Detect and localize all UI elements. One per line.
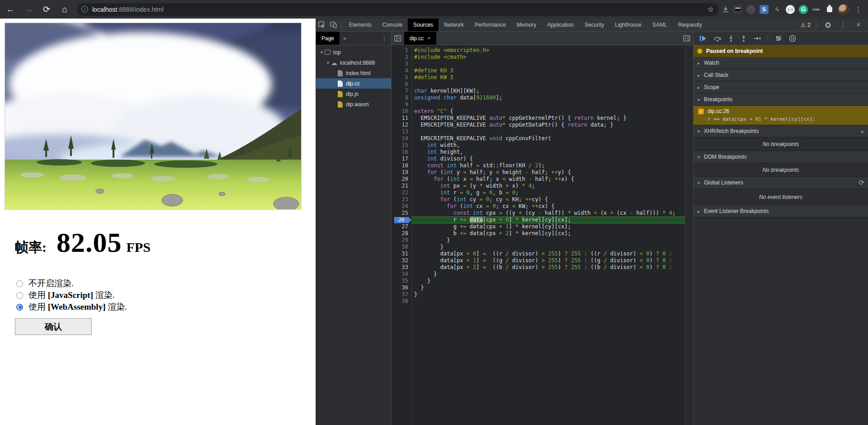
line-number[interactable]: 29 — [392, 237, 411, 244]
code-line[interactable]: for (int x = half; x < width - half; ++x… — [412, 176, 685, 183]
devtools-tab-application[interactable]: Application — [542, 19, 579, 31]
code-line[interactable]: data[px + 1] = ((g / divisor) > 255) ? 2… — [412, 257, 685, 264]
devtools-tab-sources[interactable]: Sources — [408, 19, 439, 31]
extension-circle-icon[interactable]: (–) — [786, 5, 795, 14]
line-number[interactable]: 27 — [392, 223, 411, 230]
code-line[interactable]: EMSCRIPTEN_KEEPALIVE auto* cppGetDataPtr… — [412, 122, 685, 128]
editor-gutter[interactable]: 1234567891011121314151617181920212223242… — [392, 45, 412, 425]
line-number[interactable]: 35 — [392, 278, 411, 284]
refresh-listeners-icon[interactable]: ⟳ — [859, 179, 864, 187]
code-line[interactable]: } — [412, 244, 685, 250]
confirm-button[interactable]: 确认 — [15, 318, 92, 335]
line-number[interactable]: 18 — [392, 162, 411, 169]
expand-arrow-icon[interactable]: ▾ — [319, 50, 325, 55]
section-dom-header[interactable]: ▾ DOM Breakpoints — [693, 151, 868, 163]
execution-line[interactable]: r += data[cpx + 0] * kernel[cy][cx]; — [412, 217, 685, 223]
section-xhr-header[interactable]: ▾ XHR/fetch Breakpoints + — [693, 125, 868, 137]
line-number[interactable]: 14 — [392, 135, 411, 142]
section-call-stack-header[interactable]: ▸ Call Stack — [693, 69, 868, 81]
code-line[interactable]: EMSCRIPTEN_KEEPALIVE auto* cppGetkernelP… — [412, 115, 685, 122]
navigator-menu-icon[interactable]: ⋮ — [377, 35, 391, 42]
devtools-menu-icon[interactable]: ⋮ — [837, 19, 849, 30]
code-line[interactable]: unsigned char data[921600]; — [412, 94, 685, 101]
devtools-tab-network[interactable]: Network — [439, 19, 469, 31]
devtools-tab-performance[interactable]: Performance — [469, 19, 511, 31]
code-line[interactable]: int height, — [412, 149, 685, 156]
section-scope-header[interactable]: ▸ Scope — [693, 81, 868, 93]
code-line[interactable]: } — [412, 237, 685, 244]
line-number[interactable]: 30 — [392, 244, 411, 250]
tree-item-dip-cc[interactable]: dip.cc — [316, 78, 391, 89]
breakpoint-entry[interactable]: ✓ dip.cc:26 r += data[cpx + 0] * kernel[… — [693, 106, 868, 125]
code-line[interactable]: for (int cy = 0; cy < KH; ++cy) { — [412, 196, 685, 203]
inspect-element-icon[interactable] — [316, 19, 328, 30]
option-label[interactable]: 不开启渲染. — [28, 278, 74, 289]
line-number[interactable]: 37 — [392, 291, 411, 298]
extension-s-icon[interactable]: S — [760, 5, 769, 14]
devtools-tab-memory[interactable]: Memory — [511, 19, 542, 31]
site-info-icon[interactable]: i — [81, 6, 88, 13]
code-line[interactable]: } — [412, 284, 685, 291]
line-number[interactable]: 8 — [392, 94, 411, 101]
line-number[interactable]: 10 — [392, 108, 411, 115]
tree-item-localhost-8888[interactable]: ▾☁localhost:8888 — [316, 57, 391, 68]
step-button[interactable] — [753, 35, 761, 42]
line-number[interactable]: 38 — [392, 298, 411, 305]
code-line[interactable]: for (int cx = 0; cx < KW; ++cx) { — [412, 203, 685, 210]
warning-badge[interactable]: ⚠ 2 — [801, 22, 811, 28]
profile-avatar[interactable] — [838, 4, 849, 15]
line-number[interactable]: 21 — [392, 183, 411, 189]
devtools-close-icon[interactable]: × — [853, 19, 864, 30]
devtools-tab-elements[interactable]: Elements — [344, 19, 377, 31]
extension-grammarly-icon[interactable]: G — [799, 5, 808, 14]
breakpoint-checkbox[interactable]: ✓ — [698, 109, 704, 114]
devtools-tab-security[interactable]: Security — [579, 19, 609, 31]
line-number[interactable]: 13 — [392, 128, 411, 135]
breakpoint-marker-icon[interactable]: 26 — [394, 217, 411, 223]
bookmark-star-icon[interactable]: ☆ — [708, 5, 714, 14]
radio-button[interactable] — [16, 280, 23, 287]
section-global-listeners-header[interactable]: ▾ Global Listeners ⟳ — [693, 177, 868, 189]
code-line[interactable] — [412, 61, 685, 67]
line-number[interactable]: 17 — [392, 156, 411, 162]
line-number[interactable]: 24 — [392, 203, 411, 210]
line-number[interactable]: 32 — [392, 257, 411, 264]
tree-item-top[interactable]: ▾top — [316, 47, 391, 57]
devtools-settings-icon[interactable] — [822, 19, 834, 30]
back-button[interactable]: ← — [3, 3, 18, 16]
resume-button[interactable] — [699, 35, 707, 42]
code-line[interactable]: int divisor) { — [412, 156, 685, 162]
code-line[interactable]: g += data[cpx + 1] * kernel[cy][cx]; — [412, 223, 685, 230]
code-line[interactable] — [412, 81, 685, 88]
code-line[interactable]: const int half = std::floor(KH / 2); — [412, 162, 685, 169]
add-xhr-breakpoint-icon[interactable]: + — [860, 128, 864, 135]
code-line[interactable]: extern "C" { — [412, 108, 685, 115]
code-line[interactable]: } — [412, 291, 685, 298]
code-line[interactable]: #define KW 3 — [412, 74, 685, 81]
code-line[interactable]: int px = (y * width + x) * 4; — [412, 183, 685, 189]
devtools-tab-saml[interactable]: SAML — [647, 19, 673, 31]
code-line[interactable]: b += data[cpx + 2] * kernel[cy][cx]; — [412, 230, 685, 237]
option-label[interactable]: 使用 [JavaScript] 渲染. — [28, 289, 115, 301]
radio-button[interactable] — [16, 292, 23, 299]
line-number[interactable]: 15 — [392, 142, 411, 149]
devtools-tab-lighthouse[interactable]: Lighthouse — [609, 19, 647, 31]
step-over-button[interactable] — [713, 35, 722, 42]
line-number[interactable]: 23 — [392, 196, 411, 203]
code-line[interactable]: } — [412, 271, 685, 278]
extension-disabled-icon[interactable]: ♪ — [746, 5, 755, 14]
editor-tab-dipcc[interactable]: dip.cc × — [404, 32, 436, 45]
tree-item-dip-wasm[interactable]: dip.wasm — [316, 99, 391, 109]
code-line[interactable]: #include <emscripten.h> — [412, 47, 685, 54]
code-line[interactable] — [412, 298, 685, 305]
extension-adblock-icon[interactable] — [733, 5, 742, 14]
editor-scrollbar[interactable] — [685, 45, 693, 425]
navigator-tab-page[interactable]: Page — [316, 32, 340, 45]
code-line[interactable]: int r = 0, g = 0, b = 0; — [412, 189, 685, 196]
line-number[interactable]: 5 — [392, 74, 411, 81]
line-number[interactable]: 7 — [392, 88, 411, 94]
editor-tab-close-icon[interactable]: × — [427, 35, 431, 42]
line-number[interactable]: 33 — [392, 264, 411, 271]
tree-item-dip-js[interactable]: dip.js — [316, 89, 391, 99]
download-icon[interactable] — [722, 6, 729, 13]
